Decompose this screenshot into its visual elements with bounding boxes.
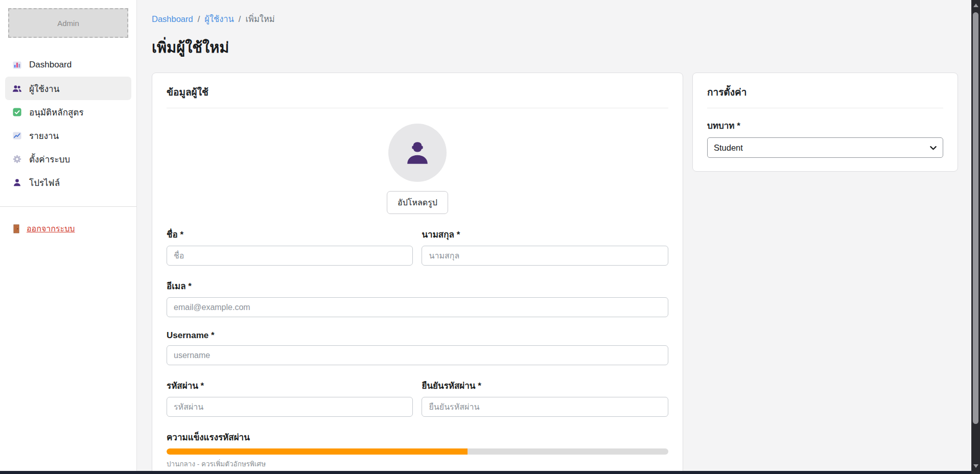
avatar-person-icon bbox=[403, 138, 432, 168]
confirm-password-input[interactable] bbox=[422, 397, 668, 417]
password-strength-bar bbox=[167, 448, 668, 455]
scroll-down-arrow-icon[interactable] bbox=[971, 462, 980, 470]
sidebar: Admin Dashboard ผู้ใช้งาน อนุมัติหลักสูต… bbox=[0, 0, 137, 471]
sidebar-item-label: อนุมัติหลักสูตร bbox=[29, 105, 84, 119]
admin-logo: Admin bbox=[8, 8, 128, 38]
email-input[interactable] bbox=[167, 297, 668, 317]
breadcrumb: Dashboard/ผู้ใช้งาน/เพิ่มใหม่ bbox=[152, 12, 958, 26]
settings-card: การตั้งค่า บทบาท * Student bbox=[692, 73, 958, 172]
sidebar-item-approve-courses[interactable]: อนุมัติหลักสูตร bbox=[5, 100, 131, 124]
password-label: รหัสผ่าน * bbox=[167, 378, 413, 392]
breadcrumb-current: เพิ่มใหม่ bbox=[245, 14, 274, 23]
username-label: Username * bbox=[167, 330, 668, 341]
breadcrumb-separator: / bbox=[198, 14, 200, 23]
admin-logo-text: Admin bbox=[57, 19, 79, 28]
chart-line-icon bbox=[12, 131, 22, 140]
first-name-label: ชื่อ * bbox=[167, 227, 413, 241]
sidebar-item-label: ผู้ใช้งาน bbox=[29, 82, 59, 96]
person-icon bbox=[12, 178, 22, 187]
sidebar-item-profile[interactable]: โปรไฟล์ bbox=[5, 171, 131, 194]
user-info-card: ข้อมูลผู้ใช้ อัปโหลดรูป ชื่อ * นามสกุล * bbox=[152, 73, 683, 471]
main-content: Dashboard/ผู้ใช้งาน/เพิ่มใหม่ เพิ่มผู้ใช… bbox=[137, 0, 971, 471]
bottom-strip bbox=[0, 471, 980, 474]
page-title: เพิ่มผู้ใช้ใหม่ bbox=[152, 36, 958, 59]
first-name-input[interactable] bbox=[167, 246, 413, 266]
breadcrumb-separator: / bbox=[239, 14, 241, 23]
password-strength-section: ความแข็งแรงรหัสผ่าน ปานกลาง - ควรเพิ่มตั… bbox=[167, 430, 668, 469]
logout-label: ออกจากระบบ bbox=[27, 222, 75, 235]
confirm-password-label: ยืนยันรหัสผ่าน * bbox=[422, 378, 668, 392]
sidebar-divider bbox=[0, 206, 136, 207]
breadcrumb-link-dashboard[interactable]: Dashboard bbox=[152, 14, 193, 23]
password-strength-helper: ปานกลาง - ควรเพิ่มตัวอักษรพิเศษ bbox=[167, 458, 668, 469]
password-strength-fill bbox=[167, 448, 468, 455]
checkbox-check-icon bbox=[12, 107, 22, 117]
sidebar-item-label: โปรไฟล์ bbox=[29, 176, 60, 189]
logout-link[interactable]: ออกจากระบบ bbox=[12, 222, 124, 235]
avatar bbox=[388, 124, 447, 182]
last-name-label: นามสกุล * bbox=[422, 227, 668, 241]
username-input[interactable] bbox=[167, 345, 668, 365]
sidebar-item-label: รายงาน bbox=[29, 129, 59, 143]
password-strength-label: ความแข็งแรงรหัสผ่าน bbox=[167, 430, 668, 444]
dashboard-icon bbox=[12, 60, 22, 70]
sidebar-item-label: Dashboard bbox=[29, 60, 72, 70]
settings-card-title: การตั้งค่า bbox=[707, 84, 943, 108]
sidebar-item-label: ตั้งค่าระบบ bbox=[29, 152, 70, 166]
scroll-up-arrow-icon[interactable] bbox=[971, 1, 980, 9]
password-input[interactable] bbox=[167, 397, 413, 417]
users-icon bbox=[12, 84, 22, 93]
gear-icon bbox=[12, 154, 22, 164]
sidebar-item-system-settings[interactable]: ตั้งค่าระบบ bbox=[5, 147, 131, 171]
upload-photo-button[interactable]: อัปโหลดรูป bbox=[387, 191, 448, 214]
role-select[interactable]: Student bbox=[707, 137, 943, 158]
door-exit-icon bbox=[12, 224, 20, 233]
email-label: อีเมล * bbox=[167, 279, 668, 293]
user-info-card-title: ข้อมูลผู้ใช้ bbox=[167, 84, 668, 108]
sidebar-item-reports[interactable]: รายงาน bbox=[5, 124, 131, 147]
sidebar-nav: Dashboard ผู้ใช้งาน อนุมัติหลักสูตร รายง… bbox=[0, 53, 136, 194]
sidebar-item-users[interactable]: ผู้ใช้งาน bbox=[5, 77, 131, 100]
vertical-scrollbar[interactable] bbox=[971, 0, 980, 474]
role-label: บทบาท * bbox=[707, 118, 943, 132]
last-name-input[interactable] bbox=[422, 246, 668, 266]
sidebar-item-dashboard[interactable]: Dashboard bbox=[5, 53, 131, 77]
breadcrumb-link-users[interactable]: ผู้ใช้งาน bbox=[204, 14, 234, 23]
scrollbar-thumb[interactable] bbox=[973, 12, 978, 424]
